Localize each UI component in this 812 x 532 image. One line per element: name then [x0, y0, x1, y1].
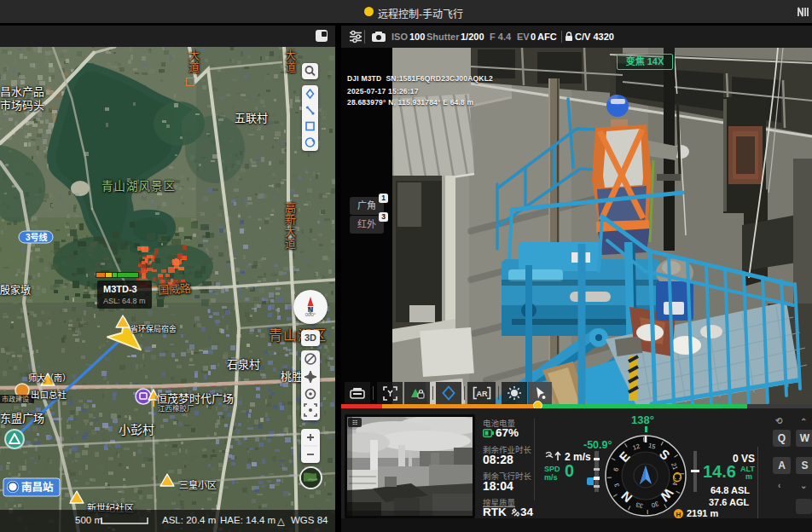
svg-text:南昌站: 南昌站 — [21, 481, 54, 494]
svg-text:000°: 000° — [305, 312, 316, 317]
svg-text:ASL: 64.8 m: ASL: 64.8 m — [103, 297, 146, 305]
svg-text:H: H — [676, 511, 682, 518]
svg-text:3号线: 3号线 — [26, 232, 48, 242]
svg-text:M3TD-3: M3TD-3 — [103, 284, 137, 294]
svg-text:市政建设: 市政建设 — [2, 395, 29, 403]
svg-text:AR: AR — [476, 390, 487, 398]
